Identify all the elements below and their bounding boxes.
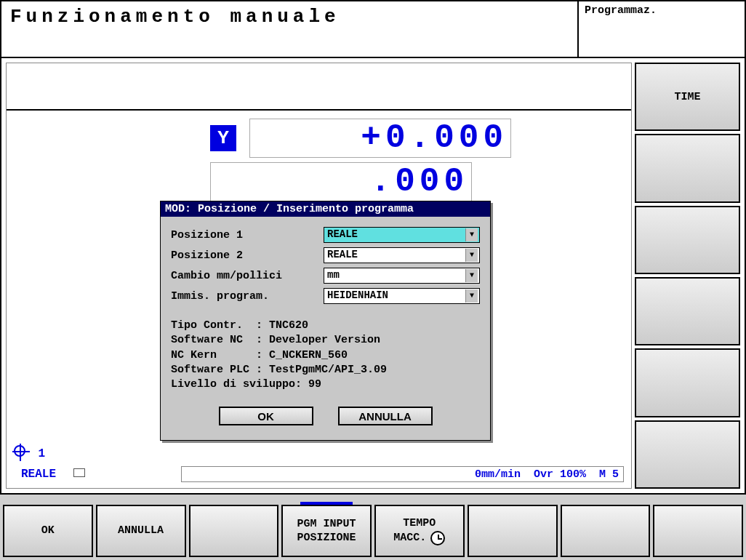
unit-select[interactable]: mm [324, 268, 480, 284]
clock-icon [430, 531, 445, 545]
softkey-8[interactable] [653, 505, 743, 557]
preset-indicator: 1 [14, 445, 45, 460]
softkey-tempo-macc[interactable]: TEMPO MACC. [374, 505, 465, 557]
status-strip: 0mm/min Ovr 100% M 5 [181, 466, 624, 482]
dialog-ok-button[interactable]: OK [219, 407, 313, 425]
axis-value: .000 [210, 162, 472, 201]
side-button-4[interactable] [635, 277, 740, 345]
frame-icon [73, 468, 85, 477]
prog-label: Immis. program. [171, 290, 324, 303]
side-button-5[interactable] [635, 348, 740, 417]
axis-value: +0.000 [249, 119, 511, 158]
side-button-3[interactable] [635, 206, 740, 274]
feed-value: 0mm/min [475, 468, 521, 481]
pos1-label: Posizione 1 [171, 229, 324, 241]
dialog-title: MOD: Posizione / Inserimento programma [161, 201, 490, 217]
preset-icon [14, 445, 25, 457]
softkey-annulla[interactable]: ANNULLA [96, 505, 186, 557]
dialog-cancel-button[interactable]: ANNULLA [338, 407, 433, 425]
softkey-6[interactable] [468, 505, 558, 557]
axis-label: Y [210, 125, 236, 151]
unit-label: Cambio mm/pollici [171, 270, 324, 282]
page-title: Funzionamento manuale [1, 1, 577, 57]
override-value: Ovr 100% [534, 468, 586, 481]
prog-select[interactable]: HEIDENHAIN [324, 288, 480, 304]
pos2-label: Posizione 2 [171, 249, 324, 262]
softkey-ok[interactable]: OK [3, 505, 93, 557]
mcode-value: M 5 [599, 468, 619, 481]
side-button-2[interactable] [635, 134, 740, 202]
position-mode: REALE [21, 468, 56, 481]
softkey-line1: PGM INPUT [297, 517, 356, 532]
softkey-line2: MACC. [393, 531, 426, 545]
side-button-time[interactable]: TIME [635, 63, 740, 131]
system-info: Tipo Contr. : TNC620 Software NC : Devel… [171, 319, 480, 392]
softkey-pgm-input[interactable]: PGM INPUT POSIZIONE [281, 505, 372, 557]
preset-number: 1 [39, 447, 46, 460]
mod-dialog: MOD: Posizione / Inserimento programma P… [160, 201, 491, 441]
mode-indicator: Programmaz. [577, 1, 745, 57]
softkey-3[interactable] [189, 505, 279, 557]
pos1-select[interactable]: REALE [324, 227, 480, 243]
pos2-select[interactable]: REALE [324, 247, 480, 263]
softkey-line2: POSIZIONE [297, 531, 356, 545]
softkey-line1: TEMPO [403, 516, 436, 531]
softkey-7[interactable] [561, 505, 651, 557]
side-button-6[interactable] [635, 420, 740, 489]
